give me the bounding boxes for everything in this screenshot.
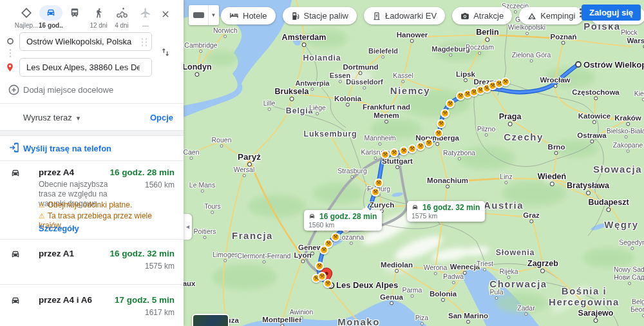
fuel-pump-icon xyxy=(291,12,300,21)
roadwork-icon[interactable] xyxy=(399,146,408,155)
car-icon xyxy=(9,249,22,263)
satellite-layer-thumbnail[interactable] xyxy=(192,314,229,326)
roadwork-icon[interactable] xyxy=(381,150,390,159)
tab-drive-mode[interactable]: 16 god... xyxy=(39,5,63,29)
route-warning: ⚠Obejmuje odcinki płatne. xyxy=(39,200,175,210)
route-via-label: przez A4 i A6 xyxy=(39,295,92,305)
add-destination-row[interactable]: Dodaj miejsce docelowe xyxy=(0,82,184,99)
bubble-distance: 1575 km xyxy=(412,212,480,220)
route-option-a4-a6[interactable]: przez A4 i A6 17 godz. 5 min 1617 km xyxy=(0,285,184,326)
roadwork-icon[interactable] xyxy=(446,99,455,108)
route-via-label: przez A4 xyxy=(39,168,74,177)
drive-mode-label: 16 god... xyxy=(39,22,63,29)
car-icon xyxy=(45,7,57,19)
roadwork-icon[interactable] xyxy=(315,262,324,271)
warning-icon: ⚠ xyxy=(39,201,45,209)
car-icon xyxy=(411,204,419,211)
destination-input[interactable] xyxy=(19,58,152,77)
tab-transit-mode[interactable] xyxy=(62,5,87,22)
route-distance: 1560 km xyxy=(145,180,175,189)
plus-circle-icon xyxy=(8,84,20,99)
walk-icon xyxy=(86,5,111,21)
tent-icon xyxy=(527,12,536,21)
close-directions-icon[interactable] xyxy=(158,6,173,22)
departure-row: Wyrusz teraz Opcje xyxy=(0,108,184,128)
route-option-a4[interactable]: przez A4 16 godz. 28 min Obecnie najszyb… xyxy=(0,161,184,239)
chip-gas-stations[interactable]: Stacje paliw xyxy=(283,7,357,24)
roadwork-icon[interactable] xyxy=(437,119,446,128)
sign-in-button[interactable]: Zaloguj się xyxy=(582,5,641,21)
roadwork-icon[interactable] xyxy=(390,148,399,157)
bike-mode-label: 4 dni xyxy=(109,22,134,29)
chevron-down-icon: ▼ xyxy=(208,5,218,25)
destination-map-label: Les Deux Alpes xyxy=(336,280,398,290)
route-distance: 1617 km xyxy=(145,308,175,317)
chip-ev-chargers[interactable]: Ładowarki EV xyxy=(364,7,445,24)
roadwork-icon[interactable] xyxy=(319,245,328,254)
route-bubble-a4[interactable]: 16 godz. 28 min 1560 km xyxy=(304,210,382,231)
route-duration: 16 godz. 32 min xyxy=(109,249,175,258)
roadwork-icon[interactable] xyxy=(434,129,443,138)
roadwork-icon[interactable] xyxy=(374,178,383,187)
roadwork-icon[interactable] xyxy=(323,279,332,288)
drag-handle-icon[interactable] xyxy=(140,37,148,46)
drive-mode-selected-pill xyxy=(39,5,62,21)
tab-walk-mode[interactable]: 12 dni xyxy=(86,5,111,29)
section-divider xyxy=(0,130,184,136)
route-details-link[interactable]: Szczegóły xyxy=(39,224,79,233)
bubble-distance: 1560 km xyxy=(308,221,377,229)
best-mode-label: Najlep... xyxy=(14,22,39,29)
chip-hotels[interactable]: Hotele xyxy=(221,7,276,24)
origin-map-label: Ostrów Wielkopolski xyxy=(583,60,644,70)
roadwork-icon[interactable] xyxy=(408,144,417,153)
transit-icon xyxy=(62,5,87,21)
camera-icon xyxy=(460,12,469,21)
car-icon xyxy=(9,168,22,182)
bubble-duration: 16 godz. 32 min xyxy=(422,203,480,212)
roadwork-icon[interactable] xyxy=(424,139,433,148)
depart-time-dropdown[interactable]: Wyrusz teraz xyxy=(23,113,80,122)
bed-icon xyxy=(229,11,239,21)
send-to-phone-row[interactable]: Wyślij trasę na telefon xyxy=(0,137,184,160)
plane-icon xyxy=(133,5,158,21)
car-icon xyxy=(9,295,22,309)
chip-camping[interactable]: Kempingi xyxy=(519,7,583,24)
options-button[interactable]: Opcje xyxy=(150,113,173,122)
collapse-panel-button[interactable]: ◄ xyxy=(184,214,192,240)
destination-pin-icon xyxy=(5,62,15,73)
waypoint-dots xyxy=(10,48,11,57)
divider xyxy=(0,103,184,104)
origin-dot-icon xyxy=(6,37,14,45)
route-bubble-a1[interactable]: 16 godz. 32 min 1575 km xyxy=(407,201,485,222)
route-duration: 17 godz. 5 min xyxy=(115,295,175,305)
roadwork-icon[interactable] xyxy=(371,187,380,197)
map-canvas[interactable]: NorwichCambridgeLondynAmsterdamHolandiaH… xyxy=(184,0,644,326)
tab-best-mode[interactable]: Najlep... xyxy=(14,5,39,29)
chip-attractions[interactable]: Atrakcje xyxy=(452,7,512,24)
swap-locations-icon[interactable] xyxy=(160,46,171,61)
tab-flight-mode[interactable]: — xyxy=(133,5,158,29)
route-via-label: przez A1 xyxy=(39,249,74,258)
send-to-phone-label: Wyślij trasę na telefon xyxy=(23,144,111,153)
route-duration: 16 godz. 28 min xyxy=(109,168,175,177)
embedded-map-toggle[interactable]: ▼ xyxy=(189,5,219,25)
origin-marker[interactable] xyxy=(576,62,581,67)
tab-bike-mode[interactable]: 4 dni xyxy=(109,5,134,29)
flight-mode-label: — xyxy=(133,22,158,29)
map-artwork xyxy=(184,0,644,326)
roadwork-icon[interactable] xyxy=(331,233,340,242)
mini-map-icon xyxy=(193,12,204,18)
warning-icon: ⚠ xyxy=(39,212,45,220)
roadwork-icon[interactable] xyxy=(416,142,425,151)
car-icon xyxy=(308,213,316,220)
best-mode-icon xyxy=(14,5,39,21)
route-option-a1[interactable]: przez A1 16 godz. 32 min 1575 km xyxy=(0,240,184,284)
roadwork-icon[interactable] xyxy=(501,77,510,86)
add-destination-label: Dodaj miejsce docelowe xyxy=(23,85,113,95)
origin-input[interactable] xyxy=(19,32,152,51)
directions-panel: Najlep... 16 god... 12 dni 4 dni xyxy=(0,0,184,326)
send-to-phone-icon xyxy=(8,142,20,156)
walk-mode-label: 12 dni xyxy=(86,22,111,29)
bubble-duration: 16 godz. 28 min xyxy=(319,212,377,221)
roadwork-icon[interactable] xyxy=(440,109,450,118)
